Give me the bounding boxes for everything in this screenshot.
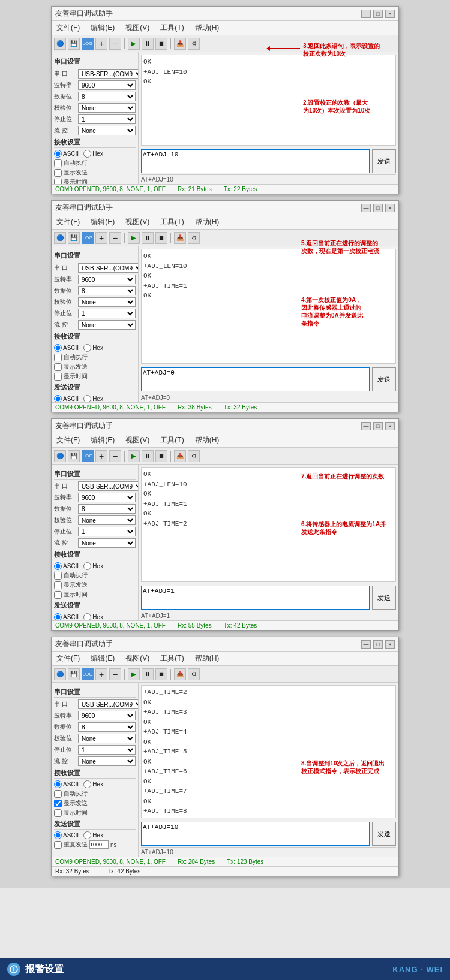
parity-select-2[interactable]: None — [78, 297, 136, 307]
toolbar-stop-2[interactable]: ⏹ — [155, 232, 167, 244]
toolbar-pause-2[interactable]: ⏸ — [142, 232, 154, 244]
auto-exec-1[interactable]: 自动执行 — [54, 159, 136, 167]
send-button-1[interactable]: 发送 — [372, 149, 396, 173]
flow-select-3[interactable]: None — [78, 538, 136, 548]
parity-select-1[interactable]: None — [78, 103, 136, 113]
menu-file-1[interactable]: 文件(F) — [54, 22, 82, 34]
repeat-val-4[interactable] — [89, 840, 109, 849]
close-btn-2[interactable]: × — [385, 204, 395, 212]
toolbar-play-4[interactable]: ▶ — [128, 668, 140, 680]
toolbar-play-2[interactable]: ▶ — [128, 232, 140, 244]
recv-hex-1[interactable]: Hex — [83, 150, 103, 158]
menu-help-4[interactable]: 帮助(H) — [193, 653, 222, 664]
toolbar-settings-4[interactable]: ⚙ — [188, 668, 200, 680]
menu-tools-4[interactable]: 工具(T) — [158, 653, 186, 664]
maximize-btn-2[interactable]: □ — [373, 204, 383, 212]
send-button-3[interactable]: 发送 — [372, 586, 396, 610]
toolbar-pause-3[interactable]: ⏸ — [142, 450, 154, 462]
send-input-4[interactable]: AT+ADJ=10 — [141, 822, 370, 846]
toolbar-log-3[interactable]: LOG — [82, 450, 94, 462]
menu-tools-2[interactable]: 工具(T) — [158, 216, 186, 228]
toolbar-connect-3[interactable]: 🔵 — [54, 450, 66, 462]
toolbar-dl-4[interactable]: 📥 — [174, 668, 186, 680]
toolbar-log-2[interactable]: LOG — [82, 232, 94, 244]
menu-view-1[interactable]: 视图(V) — [123, 22, 152, 34]
auto-exec-4[interactable]: 自动执行 — [54, 789, 136, 798]
data-select-3[interactable]: 8 — [78, 504, 136, 514]
show-send-2[interactable]: 显示发送 — [54, 363, 136, 371]
menu-help-2[interactable]: 帮助(H) — [193, 216, 222, 228]
stop-select-3[interactable]: 1 — [78, 527, 136, 536]
toolbar-minus-3[interactable]: − — [109, 450, 121, 462]
repeat-check-4[interactable] — [54, 841, 62, 849]
menu-help-1[interactable]: 帮助(H) — [193, 22, 222, 34]
toolbar-dl-3[interactable]: 📥 — [174, 450, 186, 462]
menu-file-2[interactable]: 文件(F) — [54, 216, 82, 228]
toolbar-play-3[interactable]: ▶ — [128, 450, 140, 462]
show-send-3[interactable]: 显示发送 — [54, 581, 136, 589]
port-select-4[interactable]: USB-SER...(COM9 — [78, 699, 139, 709]
toolbar-icon-stop[interactable]: ⏹ — [155, 38, 167, 50]
toolbar-minus-4[interactable]: − — [109, 668, 121, 680]
close-btn-4[interactable]: × — [385, 640, 395, 649]
menu-view-3[interactable]: 视图(V) — [123, 435, 152, 446]
toolbar-icon-download[interactable]: 📥 — [174, 38, 186, 50]
maximize-btn-4[interactable]: □ — [373, 640, 383, 649]
parity-select-3[interactable]: None — [78, 515, 136, 525]
minimize-btn-2[interactable]: — — [361, 204, 371, 212]
toolbar-icon-add[interactable]: + — [95, 38, 107, 50]
minimize-btn-3[interactable]: — — [361, 422, 371, 430]
receive-area-1[interactable]: OK+ADJ_LEN=10OK — [141, 55, 396, 146]
send-hex-4[interactable]: Hex — [83, 831, 103, 839]
data-select-1[interactable]: 8 — [78, 92, 136, 101]
baud-select-1[interactable]: 9600 — [78, 80, 136, 90]
toolbar-settings-2[interactable]: ⚙ — [188, 232, 200, 244]
menu-tools-1[interactable]: 工具(T) — [158, 22, 186, 34]
toolbar-icon-connect[interactable]: 🔵 — [54, 38, 66, 50]
receive-area-4[interactable]: +ADJ_TIME=2OK+ADJ_TIME=3OK+ADJ_TIME=4OK+… — [141, 685, 396, 818]
toolbar-icon-settings[interactable]: ⚙ — [188, 38, 200, 50]
menu-view-2[interactable]: 视图(V) — [123, 216, 152, 228]
toolbar-add-4[interactable]: + — [95, 668, 107, 680]
parity-select-4[interactable]: None — [78, 734, 136, 743]
toolbar-save-4[interactable]: 💾 — [68, 668, 80, 680]
data-select-4[interactable]: 8 — [78, 722, 136, 732]
recv-ascii-2[interactable]: ASCII — [54, 344, 79, 352]
stop-select-2[interactable]: 1 — [78, 309, 136, 318]
send-ascii-4[interactable]: ASCII — [54, 831, 79, 839]
send-button-2[interactable]: 发送 — [372, 367, 396, 391]
menu-edit-4[interactable]: 编辑(E) — [88, 653, 117, 664]
toolbar-add-3[interactable]: + — [95, 450, 107, 462]
toolbar-pause-4[interactable]: ⏸ — [142, 668, 154, 680]
baud-select-4[interactable]: 9600 — [78, 711, 136, 720]
flow-select-2[interactable]: None — [78, 320, 136, 330]
menu-tools-3[interactable]: 工具(T) — [158, 435, 186, 446]
recv-hex-2[interactable]: Hex — [83, 344, 103, 352]
toolbar-settings-3[interactable]: ⚙ — [188, 450, 200, 462]
recv-hex-4[interactable]: Hex — [83, 780, 103, 788]
toolbar-stop-3[interactable]: ⏹ — [155, 450, 167, 462]
menu-file-4[interactable]: 文件(F) — [54, 653, 82, 664]
receive-area-2[interactable]: OK+ADJ_LEN=10OK+ADJ_TIME=1OK — [141, 249, 396, 364]
menu-edit-3[interactable]: 编辑(E) — [88, 435, 117, 446]
auto-exec-3[interactable]: 自动执行 — [54, 571, 136, 580]
menu-edit-2[interactable]: 编辑(E) — [88, 216, 117, 228]
toolbar-connect-4[interactable]: 🔵 — [54, 668, 66, 680]
toolbar-connect-2[interactable]: 🔵 — [54, 232, 66, 244]
recv-ascii-4[interactable]: ASCII — [54, 780, 79, 788]
data-select-2[interactable]: 8 — [78, 286, 136, 295]
menu-view-4[interactable]: 视图(V) — [123, 653, 152, 664]
minimize-btn-1[interactable]: — — [361, 10, 371, 18]
toolbar-save-3[interactable]: 💾 — [68, 450, 80, 462]
close-btn-1[interactable]: × — [385, 10, 395, 18]
close-btn-3[interactable]: × — [385, 422, 395, 430]
toolbar-dl-2[interactable]: 📥 — [174, 232, 186, 244]
flow-select-4[interactable]: None — [78, 756, 136, 766]
toolbar-icon-log[interactable]: LOG — [82, 38, 94, 50]
baud-select-3[interactable]: 9600 — [78, 493, 136, 502]
maximize-btn-3[interactable]: □ — [373, 422, 383, 430]
send-hex-3[interactable]: Hex — [83, 613, 103, 620]
toolbar-save-2[interactable]: 💾 — [68, 232, 80, 244]
port-select-1[interactable]: USB-SER...(COM9 — [78, 69, 139, 79]
recv-hex-3[interactable]: Hex — [83, 562, 103, 570]
